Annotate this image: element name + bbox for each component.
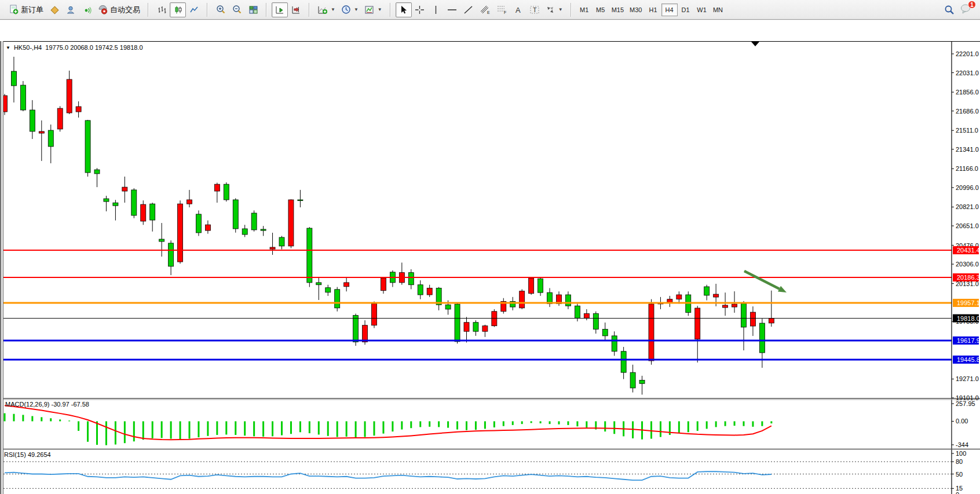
tile-windows-button[interactable] bbox=[245, 2, 261, 17]
tab-timeframe-M5[interactable]: M5 bbox=[593, 3, 609, 16]
tab-timeframe-M30[interactable]: M30 bbox=[627, 3, 645, 16]
zoom-out-button[interactable] bbox=[229, 2, 245, 17]
cursor-icon bbox=[399, 5, 408, 14]
search-icon[interactable] bbox=[944, 5, 955, 15]
svg-text:20186.3: 20186.3 bbox=[957, 274, 980, 281]
vertical-line-button[interactable] bbox=[428, 2, 444, 17]
text-letter: A bbox=[515, 6, 521, 14]
tab-timeframe-D1[interactable]: D1 bbox=[678, 3, 694, 16]
svg-text:21511.0: 21511.0 bbox=[956, 127, 978, 134]
price-badge: 20431.4 bbox=[953, 246, 980, 254]
macd-indicator-label: MACD(12,26,9) -30.97 -67.58 bbox=[5, 401, 89, 408]
cursor-button[interactable] bbox=[396, 2, 412, 17]
trendline-button[interactable] bbox=[460, 2, 477, 17]
chart-title-text: HK50-,H4 19775.0 20068.0 19742.5 19818.0 bbox=[14, 44, 143, 51]
periods-icon bbox=[341, 5, 351, 14]
vertical-line-icon bbox=[432, 5, 440, 14]
arrows-icon bbox=[546, 5, 555, 14]
tab-timeframe-W1[interactable]: W1 bbox=[694, 3, 710, 16]
crosshair-button[interactable] bbox=[412, 2, 428, 17]
price-badge: 19617.9 bbox=[953, 336, 980, 345]
periods-button[interactable]: ▼ bbox=[338, 2, 361, 17]
equidistant-channel-button[interactable]: E bbox=[477, 2, 493, 17]
zoom-out-icon bbox=[232, 5, 242, 14]
new-order-icon bbox=[9, 5, 19, 14]
chart-left-edge bbox=[0, 41, 3, 494]
bar-chart-icon bbox=[157, 5, 167, 14]
chart-window[interactable]: ▼HK50-,H4 19775.0 20068.0 19742.5 19818.… bbox=[0, 20, 980, 494]
svg-text:-344: -344 bbox=[956, 441, 968, 448]
zoom-in-button[interactable] bbox=[213, 2, 229, 17]
svg-text:257.95: 257.95 bbox=[956, 400, 975, 407]
toolbar-separator bbox=[309, 3, 310, 17]
tab-timeframe-M1[interactable]: M1 bbox=[576, 3, 593, 16]
label-letter: T bbox=[533, 6, 537, 13]
chevron-down-icon: ▼ bbox=[378, 7, 382, 12]
tab-timeframe-H4[interactable]: H4 bbox=[661, 3, 678, 16]
chart-canvas[interactable]: 22201.022031.021856.021686.021511.021341… bbox=[0, 41, 980, 494]
tab-timeframe-MN[interactable]: MN bbox=[710, 3, 726, 16]
svg-text:19445.8: 19445.8 bbox=[957, 356, 980, 363]
equidistant-channel-icon: E bbox=[480, 5, 491, 14]
horizontal-line-button[interactable] bbox=[444, 2, 460, 17]
svg-text:20306.0: 20306.0 bbox=[956, 261, 979, 268]
profile-button[interactable] bbox=[63, 2, 79, 17]
svg-text:19271.0: 19271.0 bbox=[956, 375, 979, 382]
toolbar-separator bbox=[207, 3, 208, 17]
chart-title: ▼HK50-,H4 19775.0 20068.0 19742.5 19818.… bbox=[6, 44, 143, 51]
toolbar-separator bbox=[266, 3, 267, 17]
toolbar-separator bbox=[571, 3, 572, 17]
market-watch-button[interactable] bbox=[46, 2, 63, 17]
fibonacci-icon: F bbox=[496, 5, 507, 14]
svg-text:20996.0: 20996.0 bbox=[956, 184, 979, 191]
market-watch-icon bbox=[50, 5, 59, 14]
tab-timeframe-H1[interactable]: H1 bbox=[645, 3, 661, 16]
timeframe-bar: M1M5M15M30H1H4D1W1MN bbox=[574, 0, 729, 19]
arrows-button[interactable]: ▼ bbox=[543, 2, 566, 17]
chevron-down-icon: ▼ bbox=[331, 7, 335, 12]
fibo-letter: F bbox=[504, 10, 506, 14]
price-badge: 19445.8 bbox=[953, 356, 980, 364]
zoom-in-icon bbox=[215, 5, 226, 14]
text-label-button[interactable]: T bbox=[526, 2, 543, 17]
horizontal-line-icon bbox=[447, 5, 457, 14]
templates-icon bbox=[364, 5, 375, 14]
svg-text:100: 100 bbox=[956, 450, 966, 457]
svg-text:21341.0: 21341.0 bbox=[956, 146, 979, 153]
signal-button[interactable] bbox=[79, 2, 95, 17]
templates-button[interactable]: ▼ bbox=[361, 2, 385, 17]
crosshair-icon bbox=[415, 5, 425, 14]
chart-shift-button[interactable] bbox=[288, 2, 304, 17]
rsi-indicator-label: RSI(15) 49.2654 bbox=[4, 451, 51, 458]
tab-timeframe-M15[interactable]: M15 bbox=[609, 3, 627, 16]
chevron-down-icon: ▼ bbox=[354, 7, 359, 12]
bar-chart-button[interactable] bbox=[153, 2, 170, 17]
candlestick-chart-icon bbox=[173, 5, 183, 14]
signal-icon bbox=[82, 5, 92, 14]
svg-text:21686.0: 21686.0 bbox=[956, 108, 979, 115]
main-toolbar: 新订单 bbox=[0, 0, 980, 20]
indicators-icon bbox=[317, 5, 328, 14]
new-order-button[interactable]: 新订单 bbox=[6, 2, 46, 17]
svg-text:0: 0 bbox=[956, 491, 959, 494]
fibonacci-button[interactable]: F bbox=[493, 2, 510, 17]
candlestick-chart-button[interactable] bbox=[170, 2, 186, 17]
text-button[interactable]: A bbox=[510, 2, 526, 17]
mt4-terminal: { "toolbar": { "new_order_label": "新订单",… bbox=[0, 0, 980, 494]
notification-badge: 1 bbox=[968, 1, 976, 9]
indicators-button[interactable]: ▼ bbox=[315, 2, 338, 17]
auto-trading-label: 自动交易 bbox=[110, 5, 140, 15]
trendline-icon bbox=[463, 5, 473, 14]
collapse-triangle-icon[interactable]: ▼ bbox=[6, 45, 10, 50]
auto-trading-button[interactable]: 自动交易 bbox=[95, 2, 143, 17]
line-chart-button[interactable] bbox=[186, 2, 202, 17]
svg-text:20821.0: 20821.0 bbox=[956, 203, 979, 210]
channel-letter: E bbox=[487, 10, 490, 14]
auto-trading-icon bbox=[98, 5, 108, 14]
price-badge: 19957.1 bbox=[953, 299, 980, 307]
svg-text:50: 50 bbox=[956, 471, 963, 478]
svg-text:19617.9: 19617.9 bbox=[957, 337, 980, 344]
auto-scroll-button[interactable] bbox=[272, 2, 288, 17]
toolbar-separator bbox=[390, 3, 391, 17]
chat-button[interactable]: 1 bbox=[960, 3, 972, 16]
